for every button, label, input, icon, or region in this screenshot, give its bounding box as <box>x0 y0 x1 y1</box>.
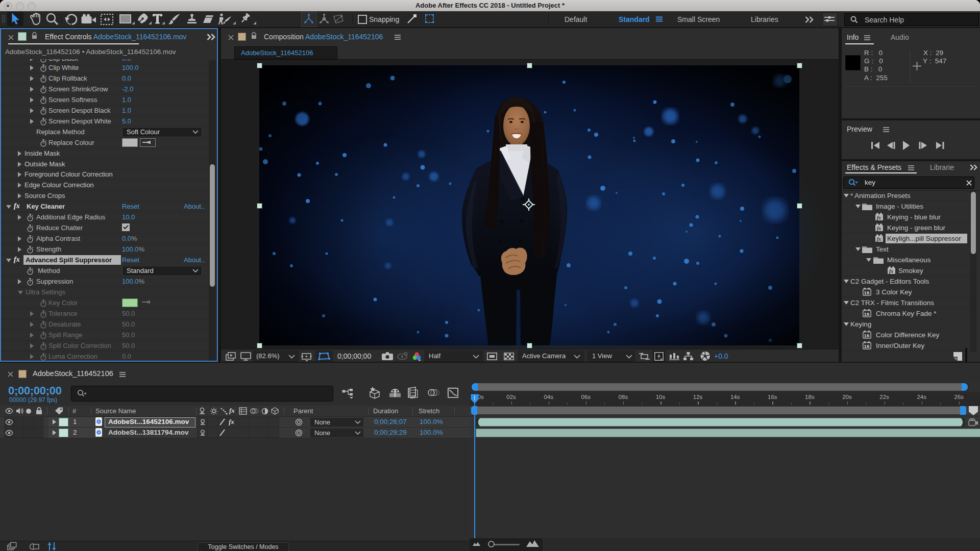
svg-text:fx: fx <box>889 269 893 274</box>
svg-text:fx: fx <box>877 215 881 220</box>
svg-text:16: 16 <box>864 311 870 317</box>
svg-text:16: 16 <box>864 290 870 295</box>
svg-text:16: 16 <box>864 333 870 338</box>
svg-text:fx: fx <box>877 237 881 242</box>
svg-text:16: 16 <box>864 343 870 349</box>
svg-text:fx: fx <box>877 226 881 231</box>
